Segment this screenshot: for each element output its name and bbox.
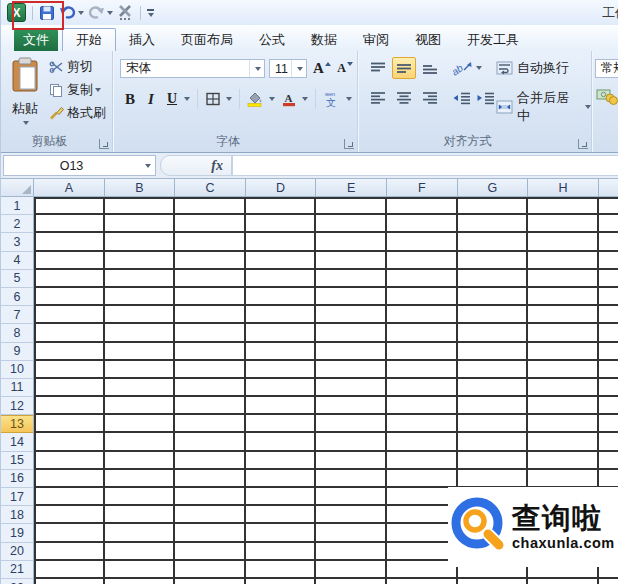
row-header[interactable]: 10 [1,361,34,379]
cell[interactable] [387,524,458,542]
shrink-font-button[interactable]: A [335,57,355,79]
cell[interactable] [458,470,529,488]
cell[interactable] [175,543,246,561]
cell[interactable] [175,415,246,433]
cell[interactable] [34,452,105,470]
tab-home[interactable]: 开始 [62,28,116,51]
cell[interactable] [175,379,246,397]
cell[interactable] [458,233,529,251]
cell[interactable] [175,233,246,251]
cell[interactable] [387,433,458,451]
cell[interactable] [105,379,176,397]
underline-button[interactable]: U [163,87,181,111]
cell[interactable] [316,306,387,324]
name-box[interactable]: O13 [3,155,156,176]
cell[interactable] [175,324,246,342]
cell[interactable] [246,524,317,542]
cell[interactable] [105,215,176,233]
cell[interactable] [599,288,618,306]
cut-button[interactable]: 剪切 [48,57,93,77]
cell[interactable] [34,288,105,306]
cell[interactable] [316,488,387,506]
cell[interactable] [528,361,599,379]
cell[interactable] [34,197,105,215]
redo-icon[interactable] [88,5,113,20]
cell[interactable] [246,306,317,324]
row-header[interactable]: 7 [1,306,34,324]
cell[interactable] [34,270,105,288]
cell[interactable] [599,197,618,215]
row-header[interactable]: 20 [1,543,34,561]
cell[interactable] [387,561,458,579]
cell[interactable] [387,470,458,488]
number-format-combo[interactable]: 常规 [595,59,618,78]
row-header[interactable]: 2 [1,215,34,233]
cell[interactable] [387,270,458,288]
cell[interactable] [34,561,105,579]
cell[interactable] [175,488,246,506]
cell[interactable] [34,343,105,361]
clipboard-dialog-launcher[interactable] [99,139,109,149]
orientation-icon[interactable]: ab [450,57,482,79]
tab-formulas[interactable]: 公式 [246,29,298,51]
cell[interactable] [246,470,317,488]
phonetic-dropdown[interactable] [343,87,353,111]
cell[interactable] [458,379,529,397]
column-header[interactable]: B [105,179,176,197]
grow-font-button[interactable]: A [311,57,333,79]
column-header[interactable]: H [528,179,599,197]
name-box-dropdown-arrow[interactable] [145,164,151,168]
cell[interactable] [34,488,105,506]
cell[interactable] [387,452,458,470]
cell[interactable] [175,524,246,542]
copy-button[interactable]: 复制 [48,80,101,100]
cell[interactable] [105,324,176,342]
cell[interactable] [599,470,618,488]
redo-dropdown-arrow[interactable] [107,11,113,15]
cell[interactable] [599,452,618,470]
cell[interactable] [34,579,105,584]
cell[interactable] [316,215,387,233]
increase-indent-icon[interactable] [474,87,498,109]
cell[interactable] [599,233,618,251]
cell[interactable] [316,397,387,415]
tab-developer[interactable]: 开发工具 [454,29,532,51]
cell[interactable] [246,233,317,251]
cell[interactable] [599,343,618,361]
cell[interactable] [34,524,105,542]
cell[interactable] [246,343,317,361]
tab-page-layout[interactable]: 页面布局 [168,29,246,51]
undo-dropdown-arrow[interactable] [78,11,84,15]
cell[interactable] [175,343,246,361]
cell[interactable] [387,324,458,342]
cell[interactable] [599,270,618,288]
cell[interactable] [387,579,458,584]
cell[interactable] [316,561,387,579]
tab-view[interactable]: 视图 [402,29,454,51]
save-icon[interactable] [39,5,55,21]
cell[interactable] [316,324,387,342]
cell[interactable] [105,288,176,306]
decrease-indent-icon[interactable] [450,87,474,109]
cell[interactable] [34,433,105,451]
cell[interactable] [175,197,246,215]
cell[interactable] [246,506,317,524]
cell[interactable] [528,306,599,324]
row-header[interactable]: 3 [1,233,34,251]
cell[interactable] [316,379,387,397]
column-header-partial[interactable] [599,179,618,197]
cell[interactable] [105,433,176,451]
row-header-selected[interactable]: 13 [1,415,34,433]
cell[interactable] [387,506,458,524]
cell[interactable] [458,397,529,415]
font-name-combo[interactable]: 宋体 [120,59,265,78]
cell[interactable] [175,579,246,584]
row-header[interactable]: 8 [1,324,34,342]
cell[interactable] [105,306,176,324]
cell[interactable] [105,488,176,506]
cell[interactable] [175,433,246,451]
row-header[interactable]: 18 [1,506,34,524]
orientation-dropdown-arrow[interactable] [476,66,482,70]
tab-data[interactable]: 数据 [298,29,350,51]
cell[interactable] [34,379,105,397]
